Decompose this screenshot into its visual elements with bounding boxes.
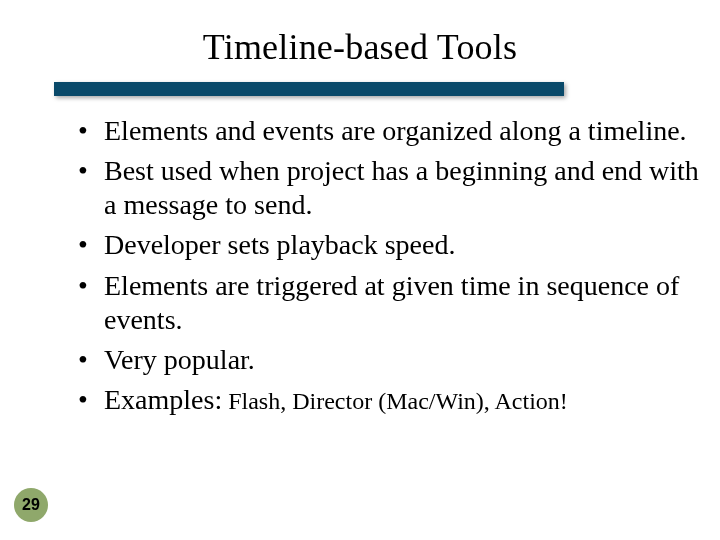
slide: Timeline-based Tools Elements and events… xyxy=(0,0,720,540)
title-underline-bar xyxy=(54,82,564,96)
examples-label: Examples: xyxy=(104,384,222,415)
list-item: Developer sets playback speed. xyxy=(74,228,702,262)
list-item: Very popular. xyxy=(74,343,702,377)
list-item-examples: Examples: Flash, Director (Mac/Win), Act… xyxy=(74,383,702,417)
title-wrap: Timeline-based Tools xyxy=(0,26,720,68)
list-item: Elements and events are organized along … xyxy=(74,114,702,148)
list-item: Best used when project has a beginning a… xyxy=(74,154,702,222)
slide-title: Timeline-based Tools xyxy=(203,27,517,67)
examples-tail: Flash, Director (Mac/Win), Action! xyxy=(222,388,568,414)
slide-body: Elements and events are organized along … xyxy=(74,114,702,423)
page-number-badge: 29 xyxy=(14,488,48,522)
list-item: Elements are triggered at given time in … xyxy=(74,269,702,337)
bullet-list: Elements and events are organized along … xyxy=(74,114,702,417)
page-number: 29 xyxy=(22,496,40,514)
